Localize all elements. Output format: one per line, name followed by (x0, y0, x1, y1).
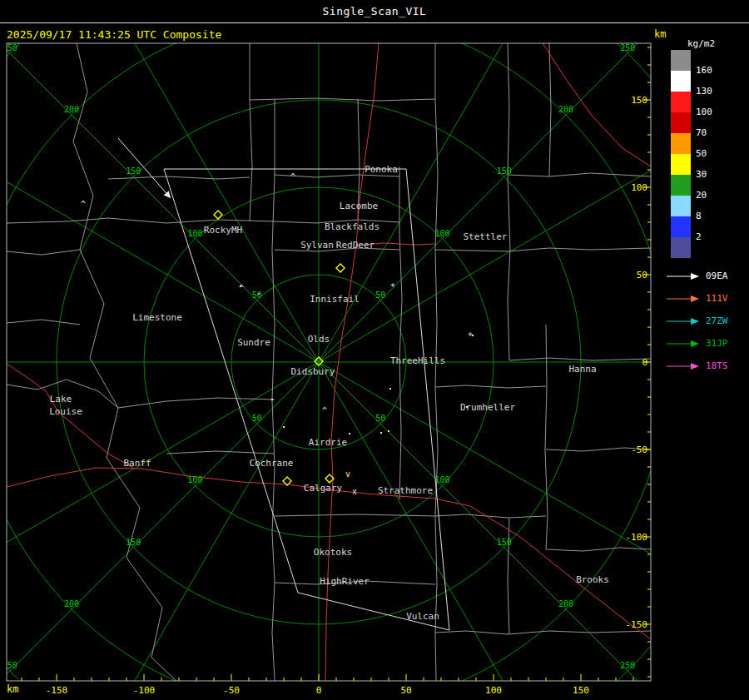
colorbar-threshold-label: 50 (696, 148, 707, 159)
county-boundary (435, 385, 546, 388)
axis-label-bottom: -100 (133, 685, 156, 696)
county-boundary (508, 518, 509, 634)
city-label: Calgary (304, 483, 343, 494)
scan-area-outline (164, 169, 449, 630)
city-label: Vulcan (406, 611, 439, 622)
county-boundary (275, 514, 435, 516)
county-boundary (508, 173, 651, 176)
colorbar-swatch (671, 92, 691, 112)
colorbar-threshold-label: 2 (696, 231, 702, 242)
county-boundary (108, 176, 250, 179)
colorbar-swatch (671, 133, 691, 154)
colorbar-swatch (671, 154, 691, 175)
track-arrow-icon (666, 272, 701, 280)
axis-label-right: -50 (631, 444, 647, 455)
colorbar-threshold-label: 160 (696, 65, 712, 76)
city-label: Olds (308, 334, 330, 345)
range-ring-label: 200 (64, 599, 79, 608)
range-ring-label: 50 (375, 290, 385, 300)
axis-label-bottom: -150 (46, 685, 68, 696)
storm-glyph: * (468, 331, 473, 340)
county-boundary (7, 250, 80, 255)
colorbar-swatch (671, 112, 691, 133)
azimuth-ray (69, 0, 319, 362)
axis-label-right: 50 (637, 270, 647, 280)
radar-map[interactable]: ^^^^**vx50505050100100100100150150150150… (0, 0, 749, 700)
azimuth-ray (0, 112, 319, 362)
azimuth-ray (319, 362, 568, 700)
colorbar-threshold-label: 70 (696, 127, 707, 138)
map-dot (380, 432, 382, 434)
range-ring-label: 200 (64, 105, 79, 114)
city-label: Innisfail (310, 294, 360, 305)
range-ring-label: 150 (126, 166, 141, 176)
track-legend-item: 111V (666, 287, 749, 310)
city-label: RockyMH (204, 225, 242, 236)
track-legend-item: 27ZW (666, 310, 749, 332)
colorbar-swatch (671, 237, 691, 258)
county-boundary (435, 631, 651, 634)
city-label: Didsbury (291, 366, 335, 377)
colorbar-swatch (671, 196, 691, 216)
county-boundary (272, 583, 275, 681)
azimuth-ray (0, 362, 319, 700)
storm-glyph: ^ (322, 406, 327, 415)
storm-glyph: ^ (290, 172, 295, 181)
county-boundary (549, 43, 551, 176)
azimuth-ray (319, 0, 568, 362)
colorbar-swatch (671, 50, 691, 71)
range-ring-label: 150 (497, 166, 512, 176)
city-label: Cochrane (250, 458, 294, 469)
colorbar-threshold-label: 130 (696, 86, 712, 97)
city-label: ThreeHills (390, 355, 445, 366)
map-dot (389, 388, 391, 390)
county-boundary (7, 320, 80, 325)
axis-label-bottom: 50 (400, 685, 411, 696)
storm-glyph: v (345, 469, 350, 479)
range-ring-label: 200 (558, 105, 573, 114)
storm-glyph: ^ (81, 200, 86, 209)
city-label: Limestone (132, 312, 182, 323)
range-ring-label: 250 (2, 43, 17, 52)
azimuth-ray (69, 362, 319, 700)
county-boundary (250, 43, 252, 221)
map-dot (349, 433, 350, 434)
storm-track-legend: 09EA111V27ZW31JP18TS (666, 265, 749, 377)
track-legend-item: 18TS (666, 355, 749, 377)
county-boundary (118, 398, 275, 408)
city-label: Lacombe (340, 201, 378, 211)
axis-label-bottom: 0 (316, 685, 322, 696)
city-label: Brooks (576, 574, 609, 585)
city-label: Sylvan (300, 240, 334, 251)
colorbar-threshold-label: 8 (696, 211, 702, 221)
storm-glyph: x (352, 487, 357, 496)
county-boundary (166, 451, 275, 454)
track-id-label: 09EA (706, 271, 728, 281)
city-label: Hanna (568, 364, 596, 375)
colorbar-threshold-label: 100 (696, 107, 712, 117)
range-ring-label: 250 (2, 661, 17, 670)
city-label: Sundre (237, 337, 270, 348)
city-label: Airdrie (309, 437, 347, 448)
county-boundary (509, 358, 651, 360)
map-dot (271, 399, 273, 400)
track-legend-item: 09EA (666, 265, 749, 287)
colorbar-unit-label: kg/m2 (687, 38, 715, 49)
axis-label-bottom: 100 (485, 685, 502, 696)
range-ring-label: 250 (620, 43, 635, 52)
range-ring-label: 50 (375, 414, 385, 423)
city-label: Strathmore (378, 485, 433, 496)
city-label: Blackfalds (325, 221, 379, 232)
range-ring (0, 12, 668, 700)
range-ring-label: 150 (126, 538, 141, 547)
track-arrow-icon (666, 340, 701, 348)
track-id-label: 18TS (706, 360, 728, 371)
track-arrow-icon (666, 317, 701, 325)
county-boundary (435, 514, 546, 518)
city-label: RedDeer (336, 240, 375, 251)
colorbar-threshold-label: 20 (696, 190, 707, 201)
track-arrow-icon (666, 295, 701, 303)
radar-site-marker (336, 264, 345, 272)
range-ring-label: 50 (252, 290, 262, 300)
county-boundary (7, 218, 275, 223)
